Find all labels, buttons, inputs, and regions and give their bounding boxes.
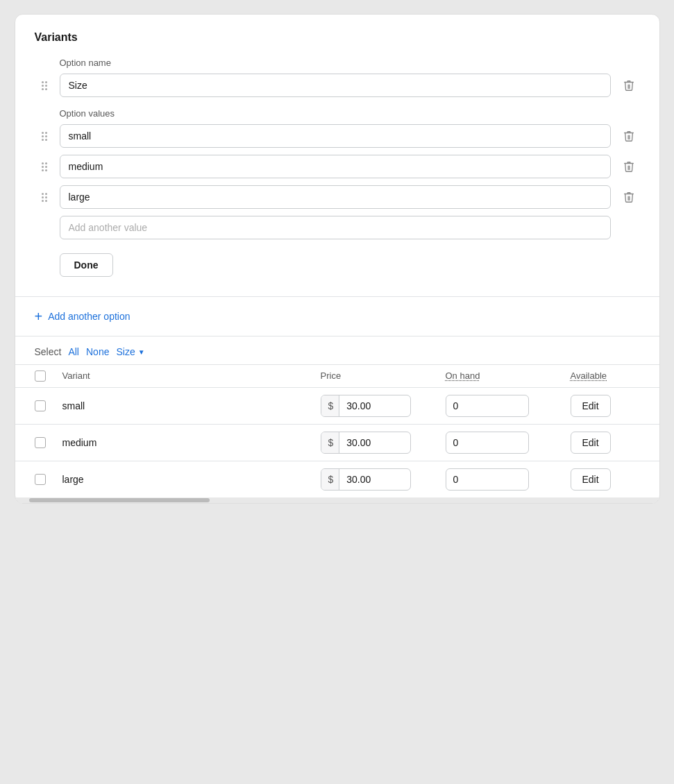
option-values-label: Option values xyxy=(60,108,640,119)
table-row-0: small $ Edit xyxy=(15,388,659,425)
price-cell-1: $ xyxy=(321,432,446,454)
onhand-cell-1 xyxy=(446,432,571,454)
price-cell-2: $ xyxy=(321,468,446,491)
option-name-row xyxy=(35,74,640,97)
edit-button-1[interactable]: Edit xyxy=(571,432,611,454)
add-value-input[interactable] xyxy=(60,216,611,239)
delete-option-name-button[interactable] xyxy=(618,79,640,92)
price-input-1[interactable] xyxy=(339,432,395,453)
price-cell-0: $ xyxy=(321,395,446,417)
variants-table: Variant Price On hand Available small $ … xyxy=(15,364,659,497)
option-name-label: Option name xyxy=(60,58,640,68)
available-cell-0: Edit xyxy=(571,395,640,417)
onhand-input-0[interactable] xyxy=(446,395,529,417)
plus-icon: + xyxy=(35,309,43,323)
add-option-label: Add another option xyxy=(48,311,130,322)
drag-handle-option-name[interactable] xyxy=(35,81,54,90)
onhand-cell-2 xyxy=(446,468,571,491)
option-value-input-2[interactable] xyxy=(60,185,611,209)
onhand-input-1[interactable] xyxy=(446,432,529,454)
header-checkbox[interactable] xyxy=(35,370,46,382)
option-value-input-1[interactable] xyxy=(60,155,611,178)
variants-section: Variants Option name Option values xyxy=(15,15,659,296)
option-name-input[interactable] xyxy=(60,74,611,97)
select-label: Select xyxy=(35,346,62,357)
currency-symbol-1: $ xyxy=(321,432,340,453)
option-value-input-0[interactable] xyxy=(60,124,611,148)
price-input-wrap-0: $ xyxy=(321,395,411,417)
select-all-link[interactable]: All xyxy=(68,346,79,357)
drag-handle-0[interactable] xyxy=(35,132,54,141)
onhand-input-2[interactable] xyxy=(446,468,529,491)
add-option-row[interactable]: + Add another option xyxy=(15,297,659,336)
select-none-link[interactable]: None xyxy=(86,346,109,357)
table-row-2: large $ Edit xyxy=(15,461,659,497)
delete-value-button-1[interactable] xyxy=(618,160,640,173)
table-header: Variant Price On hand Available xyxy=(15,364,659,388)
available-cell-1: Edit xyxy=(571,432,640,454)
row-checkbox-0[interactable] xyxy=(35,400,46,411)
available-cell-2: Edit xyxy=(571,468,640,491)
delete-value-button-0[interactable] xyxy=(618,130,640,142)
currency-symbol-0: $ xyxy=(321,395,340,416)
currency-symbol-2: $ xyxy=(321,469,340,490)
header-checkbox-cell xyxy=(35,370,62,382)
table-row-1: medium $ Edit xyxy=(15,425,659,461)
section-title: Variants xyxy=(35,31,640,44)
drag-handle-1[interactable] xyxy=(35,162,54,171)
price-input-2[interactable] xyxy=(339,469,395,490)
drag-handle-2[interactable] xyxy=(35,193,54,202)
variant-name-2: large xyxy=(62,474,321,485)
dropdown-arrow-icon: ▼ xyxy=(138,348,145,356)
onhand-cell-0 xyxy=(446,395,571,417)
th-available: Available xyxy=(571,370,640,382)
select-bar: Select All None Size ▼ xyxy=(15,336,659,364)
th-price: Price xyxy=(321,370,446,382)
th-on-hand: On hand xyxy=(446,370,571,382)
variant-name-0: small xyxy=(62,400,321,411)
th-variant: Variant xyxy=(62,370,321,382)
option-value-row-1 xyxy=(35,155,640,178)
done-button[interactable]: Done xyxy=(60,253,113,277)
variants-card: Variants Option name Option values xyxy=(15,14,660,504)
row-checkbox-2[interactable] xyxy=(35,474,46,485)
price-input-wrap-2: $ xyxy=(321,468,411,491)
edit-button-2[interactable]: Edit xyxy=(571,468,611,491)
size-filter-dropdown[interactable]: Size ▼ xyxy=(116,346,144,357)
option-value-row-2 xyxy=(35,185,640,209)
price-input-wrap-1: $ xyxy=(321,432,411,454)
scrollbar-thumb[interactable] xyxy=(29,498,210,502)
option-value-row-0 xyxy=(35,124,640,148)
delete-value-button-2[interactable] xyxy=(618,191,640,203)
edit-button-0[interactable]: Edit xyxy=(571,395,611,417)
variant-name-1: medium xyxy=(62,437,321,448)
row-checkbox-1[interactable] xyxy=(35,437,46,448)
size-filter-label: Size xyxy=(116,346,135,357)
scrollbar-area[interactable] xyxy=(15,497,659,503)
price-input-0[interactable] xyxy=(339,395,395,416)
